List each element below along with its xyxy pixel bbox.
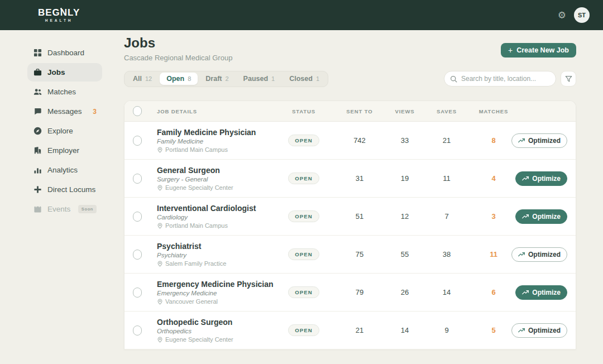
status-badge: Open [288,324,319,336]
sidebar-item-dashboard[interactable]: Dashboard [27,44,102,62]
jobs-toolbar: All12 Open8 Draft2 Paused1 Closed1 [124,71,576,87]
row-checkbox[interactable] [133,250,142,260]
optimize-button[interactable]: Optimized [511,247,567,262]
tab-draft[interactable]: Draft2 [199,73,235,85]
row-checkbox[interactable] [133,325,142,336]
sidebar-item-label: Explore [47,127,73,135]
job-title[interactable]: Psychiatrist [157,242,201,251]
job-title[interactable]: Emergency Medicine Physician [157,280,274,289]
user-avatar[interactable]: ST [574,7,590,23]
trending-up-icon [518,137,525,144]
row-checkbox[interactable] [133,212,142,222]
sidebar-item-analytics[interactable]: Analytics [27,161,102,179]
sent-to-value: 51 [328,212,391,221]
matches-value: 3 [475,212,512,221]
map-pin-icon [157,261,163,267]
views-value: 33 [391,136,418,145]
table-row: Interventional Cardiologist Cardiology P… [125,198,576,236]
optimize-button[interactable]: Optimize [515,171,567,186]
saves-value: 7 [418,212,475,221]
matches-value: 11 [475,250,512,258]
sidebar-item-direct-locums[interactable]: Direct Locums [27,180,102,199]
filter-button[interactable] [561,71,576,87]
sent-to-value: 31 [328,174,391,183]
trending-up-icon [518,327,525,334]
sidebar-item-explore[interactable]: Explore [27,122,102,140]
optimize-button[interactable]: Optimized [511,323,567,338]
trending-up-icon [522,289,529,296]
views-value: 14 [391,326,418,334]
trending-up-icon [522,175,529,182]
table-header-row: Job Details Status Sent To Views Saves M… [125,101,576,122]
sidebar-item-matches[interactable]: Matches [27,83,102,101]
search-input-wrapper [444,71,556,87]
search-input[interactable] [461,75,550,83]
column-matches: Matches [475,108,512,114]
job-rows: Family Medicine Physician Family Medicin… [125,122,576,349]
sidebar-item-events[interactable]: Events Soon [27,200,102,218]
saves-value: 38 [418,250,475,258]
job-location: Eugene Specialty Center [157,336,233,343]
column-status: Status [280,108,328,114]
tab-all[interactable]: All12 [126,73,159,85]
funnel-icon [565,75,572,83]
brand-logo: BEGNLY HEALTH [38,8,80,23]
job-title[interactable]: Family Medicine Physician [157,128,256,137]
job-title[interactable]: General Surgeon [157,166,220,175]
status-badge: Open [288,210,319,222]
users-icon [33,88,42,97]
create-new-job-button[interactable]: + Create New Job [501,43,576,58]
sidebar-item-label: Messages [47,107,82,116]
settings-gear-icon[interactable]: ⚙ [558,11,566,20]
compass-icon [33,127,42,136]
column-sent-to: Sent To [328,108,391,114]
saves-value: 9 [418,326,475,334]
matches-value: 6 [475,288,512,296]
plus-icon: + [508,46,513,55]
sidebar-item-employer[interactable]: Employer [27,141,102,160]
sidebar: Dashboard Jobs Matches Messages 3 Explor… [0,30,114,364]
sidebar-item-jobs[interactable]: Jobs [27,63,102,82]
job-title[interactable]: Interventional Cardiologist [157,204,256,213]
job-location: Vancouver General [157,298,218,305]
table-row: Psychiatrist Psychiatry Salem Family Pra… [125,236,576,274]
matches-value: 4 [475,174,512,183]
tab-closed[interactable]: Closed1 [283,73,326,85]
row-checkbox[interactable] [133,288,142,298]
dashboard-grid-icon [33,49,42,58]
tab-paused[interactable]: Paused1 [237,73,282,85]
select-all-checkbox[interactable] [133,106,142,116]
job-title[interactable]: Orthopedic Surgeon [157,318,232,327]
optimize-button[interactable]: Optimize [515,285,567,300]
views-value: 12 [391,212,418,221]
brand-name: BEGNLY [38,8,80,17]
table-row: Family Medicine Physician Family Medicin… [125,122,576,160]
table-row: General Surgeon Surgery - General Eugene… [125,160,576,198]
optimize-button[interactable]: Optimized [511,133,567,148]
sidebar-item-messages[interactable]: Messages 3 [27,102,102,121]
column-job-details: Job Details [150,108,280,114]
row-checkbox[interactable] [133,174,142,184]
briefcase-icon [33,68,42,77]
optimize-button[interactable]: Optimize [515,209,567,224]
row-checkbox[interactable] [133,136,142,146]
calendar-icon [33,205,42,214]
sidebar-item-label: Events [47,205,70,213]
main-content: Jobs Cascade Regional Medical Group + Cr… [124,30,576,364]
views-value: 26 [391,288,418,296]
tab-open[interactable]: Open8 [160,73,198,85]
status-badge: Open [288,248,319,260]
messages-count-badge: 3 [93,108,97,116]
status-filter-tabs: All12 Open8 Draft2 Paused1 Closed1 [124,71,328,87]
views-value: 19 [391,174,418,183]
sidebar-item-label: Matches [47,88,76,96]
job-location: Portland Main Campus [157,222,228,229]
map-pin-icon [157,185,163,191]
sent-to-value: 742 [328,136,391,145]
map-pin-icon [157,299,163,305]
table-row: Emergency Medicine Physician Emergency M… [125,274,576,312]
job-specialty: Cardiology [157,214,188,221]
job-specialty: Family Medicine [157,138,203,145]
map-pin-icon [157,337,163,343]
brand-tagline: HEALTH [45,19,73,23]
